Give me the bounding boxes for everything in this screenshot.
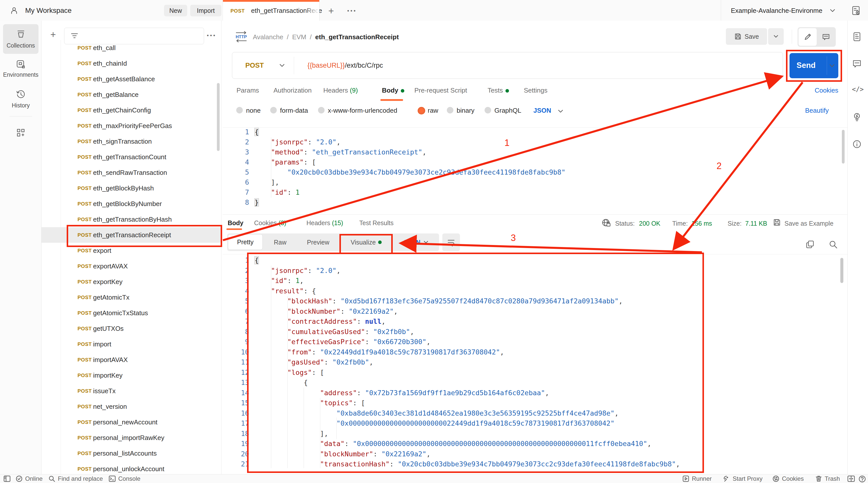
- send-button[interactable]: Send: [789, 53, 838, 78]
- wrap-lines-button[interactable]: [442, 233, 460, 251]
- sidebar-item-eth_getTransactionReceipt[interactable]: POSTeth_getTransactionReceipt: [41, 227, 221, 243]
- sidebar-item-eth_getBalance[interactable]: POSTeth_getBalance: [41, 87, 221, 102]
- sidebar-item-importAVAX[interactable]: POSTimportAVAX: [41, 352, 221, 367]
- tab-options-icon[interactable]: •••: [347, 7, 357, 14]
- response-body-viewer[interactable]: 1{2 "jsonrpc": "2.0",3 "id": 1,4 "result…: [237, 255, 680, 470]
- console-button[interactable]: Console: [109, 475, 141, 482]
- environment-selector[interactable]: Example-Avalanche-Environme: [731, 6, 823, 15]
- tab-params[interactable]: Params: [237, 87, 259, 94]
- copy-icon[interactable]: [805, 239, 815, 250]
- save-button[interactable]: Save: [726, 28, 767, 45]
- add-block-icon[interactable]: [16, 128, 26, 138]
- sidebar-item-eth_getChainConfig[interactable]: POSTeth_getChainConfig: [41, 102, 221, 118]
- sidebar-item-eth_getTransactionCount[interactable]: POSTeth_getTransactionCount: [41, 149, 221, 165]
- import-button[interactable]: Import: [190, 5, 221, 17]
- url-input[interactable]: {{baseURL}}/ext/bc/C/rpc: [307, 60, 383, 70]
- runner-button[interactable]: Runner: [682, 475, 712, 482]
- start-proxy-button[interactable]: Start Proxy: [722, 475, 763, 482]
- sidebar-item-eth_signTransaction[interactable]: POSTeth_signTransaction: [41, 134, 221, 149]
- tab-settings[interactable]: Settings: [524, 87, 548, 94]
- sidebar-item-eth_getBlockByHash[interactable]: POSTeth_getBlockByHash: [41, 181, 221, 196]
- sidebar-item-issueTx[interactable]: POSTissueTx: [41, 383, 221, 399]
- sidebar-item-export[interactable]: POSTexport: [41, 243, 221, 258]
- environments-icon[interactable]: [16, 59, 26, 69]
- response-tab-cookies[interactable]: Cookies (3): [254, 219, 286, 227]
- chevron-down-icon[interactable]: [829, 8, 836, 13]
- breadcrumb-collection[interactable]: Avalanche: [253, 33, 283, 41]
- radio-none[interactable]: [236, 107, 243, 114]
- sidebar-item-collections[interactable]: Collections: [0, 42, 41, 49]
- sidebar-item-exportAVAX[interactable]: POSTexportAVAX: [41, 258, 221, 274]
- sidebar-item-personal_listAccounts[interactable]: POSTpersonal_listAccounts: [41, 446, 221, 461]
- response-tab-body[interactable]: Body: [228, 219, 244, 227]
- lightbulb-icon[interactable]: [852, 112, 862, 122]
- radio-form-data[interactable]: [270, 107, 277, 114]
- sidebar-item-eth_getBlockByNumber[interactable]: POSTeth_getBlockByNumber: [41, 196, 221, 212]
- tab-authorization[interactable]: Authorization: [274, 87, 312, 94]
- sidebar-item-net_version[interactable]: POSTnet_version: [41, 399, 221, 414]
- radio-graphql[interactable]: [485, 107, 491, 114]
- language-selector[interactable]: JSON: [533, 107, 551, 115]
- new-button[interactable]: New: [164, 5, 187, 17]
- radio-x-www-form-urlencoded[interactable]: [318, 107, 324, 114]
- chevron-down-icon[interactable]: [279, 63, 285, 68]
- sidebar-item-getAtomicTxStatus[interactable]: POSTgetAtomicTxStatus: [41, 305, 221, 321]
- chevron-down-icon[interactable]: [557, 109, 564, 114]
- info-icon[interactable]: [852, 139, 862, 149]
- request-tab[interactable]: POST eth_getTransactionRece: [223, 0, 319, 21]
- sidebar-item-personal_importRawKey[interactable]: POSTpersonal_importRawKey: [41, 430, 221, 446]
- split-pane-icon[interactable]: [847, 476, 855, 482]
- trash-button[interactable]: Trash: [815, 475, 840, 482]
- request-body-editor[interactable]: 1{2 "jsonrpc": "2.0",3 "method": "eth_ge…: [237, 127, 565, 207]
- help-icon[interactable]: [859, 475, 866, 483]
- sidebar-item-eth_chainId[interactable]: POSTeth_chainId: [41, 56, 221, 71]
- save-options-button[interactable]: [768, 28, 784, 45]
- collections-icon[interactable]: [16, 29, 26, 39]
- sidebar-toggle-icon[interactable]: [3, 476, 10, 482]
- comments-icon[interactable]: [852, 59, 862, 69]
- tab-tests[interactable]: Tests: [488, 87, 509, 94]
- sidebar-item-eth_call[interactable]: POSTeth_call: [41, 40, 221, 56]
- code-snippet-icon[interactable]: </>: [852, 86, 862, 93]
- sidebar-item-history[interactable]: History: [0, 102, 41, 109]
- radio-binary[interactable]: [447, 107, 453, 114]
- add-request-button[interactable]: +: [50, 29, 56, 40]
- response-tab-test-results[interactable]: Test Results: [359, 219, 394, 227]
- sidebar-item-personal_newAccount[interactable]: POSTpersonal_newAccount: [41, 414, 221, 430]
- documentation-icon[interactable]: [852, 32, 862, 42]
- environment-quick-look-icon[interactable]: [851, 6, 861, 16]
- sidebar-item-environments[interactable]: Environments: [0, 71, 41, 78]
- view-raw[interactable]: Raw: [263, 233, 297, 251]
- sidebar-item-import[interactable]: POSTimport: [41, 336, 221, 352]
- save-as-example-button[interactable]: Save as Example: [784, 220, 834, 227]
- tab-pre-request-script[interactable]: Pre-request Script: [414, 87, 467, 94]
- method-selector[interactable]: POST: [245, 60, 264, 70]
- search-icon[interactable]: [828, 239, 838, 250]
- response-scrollbar[interactable]: [840, 258, 843, 283]
- sidebar-options-icon[interactable]: •••: [207, 32, 216, 39]
- history-icon[interactable]: [16, 90, 26, 100]
- beautify-link[interactable]: Beautify: [805, 107, 829, 115]
- comment-mode-button[interactable]: [817, 28, 835, 46]
- tab-body[interactable]: Body: [382, 87, 404, 94]
- view-visualize[interactable]: Visualize: [339, 233, 393, 251]
- online-status[interactable]: Online: [16, 475, 42, 482]
- radio-raw-selected[interactable]: [417, 107, 425, 115]
- sidebar-item-eth_getTransactionByHash[interactable]: POSTeth_getTransactionByHash: [41, 212, 221, 227]
- view-pretty[interactable]: Pretty: [228, 234, 263, 250]
- send-options-icon[interactable]: [829, 63, 835, 68]
- sidebar-item-getAtomicTx[interactable]: POSTgetAtomicTx: [41, 290, 221, 305]
- request-editor-scrollbar[interactable]: [842, 130, 845, 163]
- breadcrumb-folder[interactable]: EVM: [292, 33, 306, 41]
- view-preview[interactable]: Preview: [297, 233, 339, 251]
- new-tab-button[interactable]: +: [328, 5, 334, 17]
- response-language-selector[interactable]: JSON: [393, 233, 439, 251]
- sidebar-scrollbar[interactable]: [217, 83, 220, 151]
- sidebar-item-exportKey[interactable]: POSTexportKey: [41, 274, 221, 290]
- sidebar-item-eth_maxPriorityFeePerGas[interactable]: POSTeth_maxPriorityFeePerGas: [41, 118, 221, 134]
- response-tab-headers[interactable]: Headers (15): [306, 219, 343, 227]
- sidebar-item-eth_sendRawTransaction[interactable]: POSTeth_sendRawTransaction: [41, 165, 221, 181]
- sidebar-item-importKey[interactable]: POSTimportKey: [41, 367, 221, 383]
- sidebar-item-eth_getAssetBalance[interactable]: POSTeth_getAssetBalance: [41, 71, 221, 87]
- cookies-link[interactable]: Cookies: [815, 87, 838, 94]
